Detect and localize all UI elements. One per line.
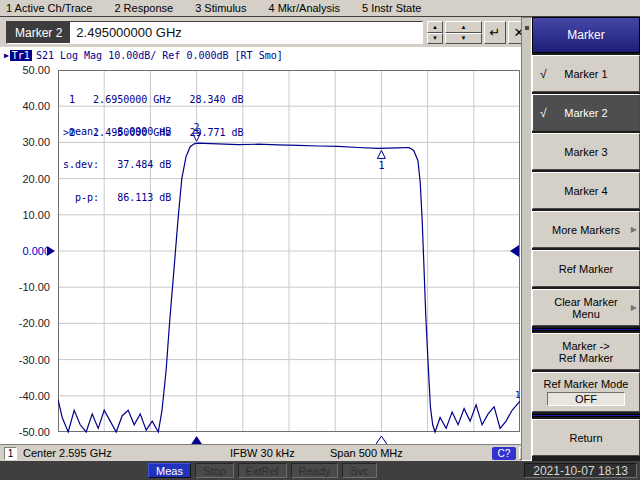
ref-level-arrow-icon (47, 246, 55, 256)
softkey-return[interactable]: Return (532, 419, 640, 456)
softkey-label: More Markers (552, 224, 620, 236)
spin-up-small-icon[interactable]: ▲ (427, 21, 443, 33)
channel-status-bar: 1 Center 2.595 GHz IFBW 30 kHz Span 500 … (0, 444, 532, 461)
y-axis-tick-label: 0.000 (2, 245, 50, 257)
datetime-display: 2021-10-07 18:13 (524, 463, 637, 478)
softkey-marker-to-ref-marker[interactable]: Marker -> Ref Marker (532, 333, 640, 370)
sidebar-filler (532, 456, 640, 461)
spin-down-large-icon[interactable]: ▼ (445, 33, 482, 45)
fine-spinner: ▲ ▼ (427, 21, 443, 44)
softkey-marker-3[interactable]: Marker 3 (532, 133, 640, 170)
trace-end-number: 1 (515, 390, 520, 400)
center-frequency-label: Center 2.595 GHz (23, 447, 112, 459)
softkey-label: Ref Marker Mode (544, 378, 629, 390)
check-icon: √ (540, 107, 547, 119)
stat-mean: mean: -8.0900 dB (63, 126, 171, 137)
menu-mkr-analysis[interactable]: 4 Mkr/Analysis (268, 2, 340, 14)
softkey-label: Marker 4 (564, 185, 607, 197)
softkey-scrollbar[interactable] (521, 17, 532, 461)
softkey-ref-marker-mode[interactable]: Ref Marker Mode OFF (532, 372, 640, 412)
y-axis-tick-label: -40.00 (2, 390, 50, 402)
y-axis-tick-label: -10.00 (2, 281, 50, 293)
spin-up-large-icon[interactable]: ▲ (445, 21, 482, 33)
submenu-arrow-icon: ▶ (631, 224, 637, 236)
softkey-label: Marker 2 (564, 107, 607, 119)
check-icon: √ (540, 68, 547, 80)
softkey-marker-4[interactable]: Marker 4 (532, 172, 640, 209)
trace-format-text: S21 Log Mag 10.00dB/ Ref 0.000dB [RT Smo… (36, 50, 283, 61)
channel-number-box: 1 (4, 447, 17, 460)
submenu-arrow-icon: ▶ (631, 302, 637, 314)
marker-number-label: 1 (378, 160, 384, 171)
status-ready: Ready (291, 463, 339, 478)
softkey-more-markers[interactable]: More Markers ▶ (532, 211, 640, 248)
status-meas: Meas (148, 463, 191, 478)
stat-sdev: s.dev: 37.484 dB (63, 159, 171, 170)
marker-frequency-input[interactable]: 2.495000000 GHz (70, 22, 422, 43)
softkey-label: Marker -> (562, 340, 609, 352)
status-svc: Svc (342, 463, 376, 478)
softkey-sidebar: Marker √ Marker 1 √ Marker 2 Marker 3 Ma… (521, 17, 640, 461)
enter-button[interactable]: ↵ (484, 21, 506, 44)
span-label: Span 500 MHz (330, 447, 403, 459)
entry-label: Marker 2 (7, 22, 70, 43)
vna-screen: 1 Active Ch/Trace 2 Response 3 Stimulus … (0, 0, 640, 480)
spin-down-small-icon[interactable]: ▼ (427, 33, 443, 45)
softkey-ref-marker[interactable]: Ref Marker (532, 250, 640, 287)
softkey-menu-title: Marker (532, 17, 640, 53)
entry-controls: ▲ ▼ ▲ ▼ ↵ ✕ (427, 21, 530, 44)
softkey-label-2: Menu (572, 308, 600, 320)
menu-active-ch-trace[interactable]: 1 Active Ch/Trace (6, 2, 92, 14)
softkey-label: Ref Marker (559, 263, 613, 275)
y-axis-tick-label: 20.00 (2, 173, 50, 185)
y-axis-tick-label: 40.00 (2, 100, 50, 112)
softkey-separator (532, 328, 640, 331)
softkey-marker-1[interactable]: √ Marker 1 (532, 55, 640, 92)
marker-glyph-icon (377, 150, 385, 158)
ifbw-label: IFBW 30 kHz (230, 447, 295, 459)
y-axis-tick-label: 30.00 (2, 136, 50, 148)
softkey-label: Marker 3 (564, 146, 607, 158)
softkey-marker-2[interactable]: √ Marker 2 (532, 94, 640, 131)
y-axis-tick-label: 10.00 (2, 209, 50, 221)
trace-statistics: mean: -8.0900 dB s.dev: 37.484 dB p-p: 8… (63, 104, 171, 225)
softkey-label: Clear Marker (554, 296, 618, 308)
softkey-clear-marker-menu[interactable]: Clear Marker Menu ▶ (532, 289, 640, 326)
ref-marker-mode-state: OFF (547, 392, 625, 406)
y-axis-tick-label: 50.00 (2, 64, 50, 76)
menu-response[interactable]: 2 Response (114, 2, 173, 14)
menu-instr-state[interactable]: 5 Instr State (362, 2, 421, 14)
softkey-label: Return (569, 432, 602, 444)
status-extref: ExtRef (238, 463, 287, 478)
y-axis-tick-label: -20.00 (2, 317, 50, 329)
menubar: 1 Active Ch/Trace 2 Response 3 Stimulus … (0, 0, 640, 17)
y-axis-labels: 50.0040.0030.0020.0010.000.000-10.00-20.… (0, 47, 54, 444)
softkey-separator (532, 414, 640, 417)
softkey-label-2: Ref Marker (559, 352, 613, 364)
menu-stimulus[interactable]: 3 Stimulus (195, 2, 246, 14)
instrument-status-bar: Meas Stop ExtRef Ready Svc 2021-10-07 18… (0, 461, 640, 480)
y-axis-tick-label: -50.00 (2, 426, 50, 438)
marker-entry-field: Marker 2 2.495000000 GHz (6, 21, 423, 44)
y-axis-tick-label: -30.00 (2, 354, 50, 366)
graticule-area: ▶Tr1S21 Log Mag 10.00dB/ Ref 0.000dB [RT… (0, 47, 521, 444)
softkey-label: Marker 1 (564, 68, 607, 80)
entry-toolbar: Marker 2 2.495000000 GHz ▲ ▼ ▲ ▼ ↵ ✕ (0, 18, 532, 47)
status-stop: Stop (195, 463, 234, 478)
coarse-spinner: ▲ ▼ (445, 21, 482, 44)
ref-level-arrow-right-icon (510, 245, 519, 257)
stat-pp: p-p: 86.113 dB (63, 192, 171, 203)
correction-badge: C? (492, 447, 516, 460)
